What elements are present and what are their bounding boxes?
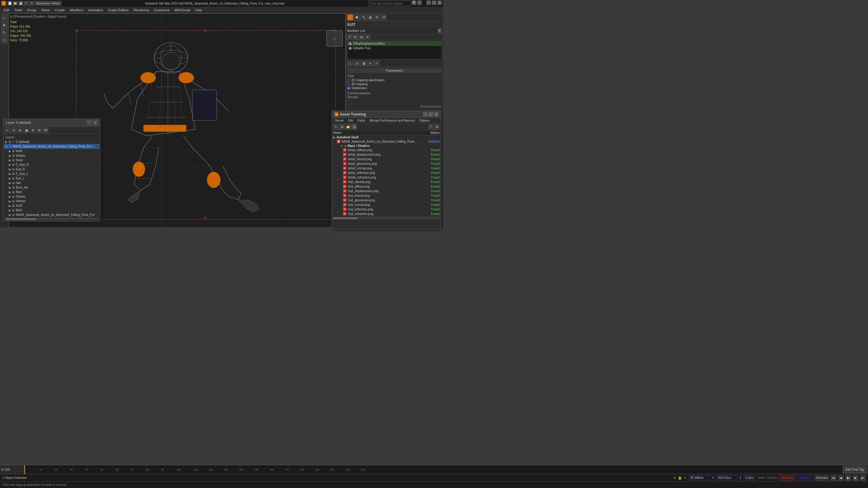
asset-menu-bitmap[interactable]: Bitmap Performance and Memory <box>368 119 417 123</box>
asset-group-maps[interactable]: ▼ ● Maps / Shaders <box>332 144 441 148</box>
asset-group-vault[interactable]: ▶ Autodesk Vault <box>332 135 441 139</box>
mod-btn-cut[interactable]: ✂ <box>374 61 380 66</box>
menu-rendering[interactable]: Rendering <box>131 8 152 12</box>
asset-row-suit-diffuse[interactable]: R Suit_diffuse.png Found <box>332 184 441 189</box>
radio-2d-mapping[interactable]: 2D mapping (landscape) <box>347 78 442 82</box>
asset-row-detail-diffuse[interactable]: R Detail_diffuse.png Found <box>332 148 441 152</box>
mod-btn-config[interactable]: ⊡ <box>354 61 360 66</box>
layer-item-suit[interactable]: ▶ SUIT <box>4 203 99 208</box>
menu-animation[interactable]: Animation <box>86 8 105 12</box>
asset-row-detail-displacement[interactable]: R detail_displacement.png Found <box>332 152 441 157</box>
minimize-btn[interactable]: ─ <box>427 1 431 5</box>
open-btn[interactable]: 📂 <box>13 1 18 6</box>
menu-customize[interactable]: Customize <box>152 8 172 12</box>
move-tool-btn[interactable]: ✥ <box>1 22 8 29</box>
asset-row-suit-glossiness[interactable]: R Suit_glossiness.png Found <box>332 198 441 202</box>
modifier-item-poly[interactable]: Editable Poly <box>347 46 441 51</box>
search-icon-btn[interactable]: 🔍 <box>412 1 416 5</box>
layer-item-hair[interactable]: ▶ hair <box>4 181 99 185</box>
help-icon-btn[interactable]: ? <box>417 1 422 5</box>
close-btn[interactable]: ✕ <box>437 1 442 5</box>
layer-freeze-btn[interactable]: ❄ <box>30 127 36 133</box>
modifier-list-dropdown[interactable]: ▼ <box>437 29 442 33</box>
asset-help-btn[interactable]: ? <box>428 124 434 130</box>
asset-copy-btn[interactable]: ⊞ <box>339 124 345 130</box>
layer-scrollbar[interactable] <box>5 218 98 220</box>
asset-row-suit-refraction[interactable]: R Suit_refraction.png Found <box>332 212 441 216</box>
layer-item-bag[interactable]: ▶ BAG <box>4 208 99 213</box>
mod-btn-delete[interactable]: ✕ <box>367 61 373 66</box>
layer-item-nasa[interactable]: ▼ NASA_Spacesuit_Axiom_on_Astronaut_Fall… <box>4 144 99 149</box>
panel-icon-5[interactable]: ⚙ <box>374 14 380 20</box>
menu-tools[interactable]: Tools <box>12 8 25 12</box>
asset-maximize-btn[interactable]: □ <box>429 112 433 117</box>
unpin-btn[interactable]: ⊠ <box>352 34 358 40</box>
asset-menu-file[interactable]: File <box>346 119 355 123</box>
asset-row-detail-reflection[interactable]: R detail_reflection.png Found <box>332 170 441 175</box>
radio-subdivision[interactable]: Subdivision <box>347 86 442 90</box>
layer-item-c-eye-r[interactable]: ▶ C_Eye_R <box>4 162 99 167</box>
select-tool-btn[interactable]: ⊹ <box>1 14 8 21</box>
asset-scrollbar[interactable] <box>333 217 440 219</box>
rotate-tool-btn[interactable]: ↻ <box>1 29 8 36</box>
asset-row-suit-fresnel[interactable]: R Suit_fresnel.png Found <box>332 193 441 198</box>
menu-graph-editors[interactable]: Graph Editors <box>105 8 131 12</box>
layer-new-btn[interactable]: + <box>5 127 10 133</box>
search-box-container[interactable] <box>368 1 411 6</box>
asset-close-btn[interactable]: ✕ <box>434 112 438 117</box>
layer-item-head[interactable]: ▶ head <box>4 158 99 162</box>
asset-menu-options[interactable]: Options <box>417 119 431 123</box>
asset-refresh-btn[interactable]: ↻ <box>333 124 339 130</box>
layer-select-btn[interactable]: ▣ <box>24 127 29 133</box>
panel-icon-1[interactable]: ☼ <box>347 14 353 20</box>
undo-btn[interactable]: ↶ <box>24 1 29 6</box>
layer-hide-btn[interactable]: 👁 <box>36 127 42 133</box>
layer-item-boot-det[interactable]: ▶ Boot_det <box>4 185 99 190</box>
menu-maxscript[interactable]: MAXScript <box>172 8 193 12</box>
menu-create[interactable]: Create <box>52 8 67 12</box>
panel-icon-6[interactable]: 🎬 <box>381 14 387 20</box>
asset-row-suit-displacement[interactable]: R Suit_displacement.png Found <box>332 189 441 193</box>
show-all-btn[interactable]: ▤ <box>359 34 364 40</box>
menu-edit[interactable]: Edit <box>1 8 12 12</box>
menu-group[interactable]: Group <box>25 8 39 12</box>
panel-icon-4[interactable]: ▦ <box>367 14 373 20</box>
radio-3d-mapping[interactable]: 3D mapping <box>347 83 442 86</box>
mod-btn-pin[interactable]: | <box>347 61 353 66</box>
layer-item-default[interactable]: ▶ ✓ 0 (default) <box>4 139 99 144</box>
asset-row-suit-normal[interactable]: R Suit_normal.png Found <box>332 202 441 207</box>
asset-row-detail-fresnel[interactable]: R detail_fresnel.png Found <box>332 157 441 161</box>
asset-row-hair-density[interactable]: R Hair_density.png Found <box>332 180 441 184</box>
layer-help-btn[interactable]: ? <box>87 120 92 125</box>
new-btn[interactable]: 📄 <box>7 1 12 6</box>
workspace-dropdown[interactable]: Workspace: Default <box>35 1 61 6</box>
mod-btn-show[interactable]: ◨ <box>361 61 367 66</box>
asset-row-detail-refraction[interactable]: R Detail_refraction.png Found <box>332 175 441 180</box>
menu-help[interactable]: Help <box>193 8 205 12</box>
layer-close-btn[interactable]: ✕ <box>93 120 98 125</box>
layer-item-gloves[interactable]: ▶ Gloves <box>4 194 99 199</box>
menu-modifiers[interactable]: Modifiers <box>67 8 86 12</box>
maximize-btn[interactable]: □ <box>432 1 436 5</box>
layer-item-boot[interactable]: ▶ Boot <box>4 190 99 194</box>
asset-row-nasa-file[interactable]: ▣ NASA_Spacesuit_Axiom_on_Astronaut_Fall… <box>332 139 441 144</box>
redo-btn[interactable]: ↷ <box>29 1 34 6</box>
asset-row-detail-glossiness[interactable]: R detail_glossiness.png Found <box>332 161 441 166</box>
panel-icon-3[interactable]: 🔧 <box>361 14 367 20</box>
search-input[interactable] <box>368 1 410 6</box>
pin-btn[interactable]: 📌 <box>346 34 352 40</box>
asset-row-detail-normal[interactable]: R detail_normal.png Found <box>332 166 441 170</box>
asset-menu-server[interactable]: Server <box>333 119 346 123</box>
save-btn[interactable]: 💾 <box>18 1 23 6</box>
asset-menu-paths[interactable]: Paths <box>356 119 367 123</box>
modifier-item-vray[interactable]: VRayDisplacementMod <box>347 41 441 46</box>
scale-tool-btn[interactable]: ⬡ <box>1 36 8 43</box>
layer-item-helmet[interactable]: ▶ Helmet <box>4 199 99 203</box>
asset-settings-btn[interactable]: ⚙ <box>434 124 440 130</box>
layer-delete-btn[interactable]: ✕ <box>11 127 17 133</box>
configure-btn[interactable]: ⚙ <box>365 34 370 40</box>
layer-item-teeth[interactable]: ▶ teeth <box>4 149 99 153</box>
panel-icon-2[interactable]: ⬢ <box>354 14 360 20</box>
layer-item-eye-l[interactable]: ▶ Eye_L <box>4 176 99 181</box>
layer-render-btn[interactable]: 📷 <box>43 127 49 133</box>
